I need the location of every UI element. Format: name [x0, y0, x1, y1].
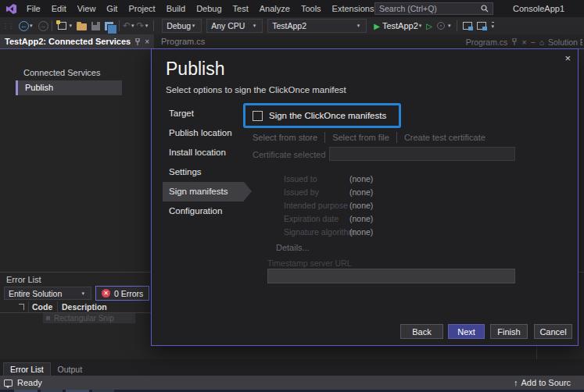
- search-placeholder: Search (Ctrl+Q): [379, 4, 481, 13]
- solution-configuration-dropdown[interactable]: Debug▾: [162, 19, 202, 33]
- menu-file[interactable]: File: [21, 0, 46, 17]
- detail-expiration-date: Expiration date(none): [284, 214, 511, 227]
- code-column-header[interactable]: Code: [32, 302, 52, 312]
- description-column-header[interactable]: Description: [62, 302, 107, 312]
- finish-button[interactable]: Finish: [490, 324, 528, 339]
- navigate-back-dropdown-icon[interactable]: ▾: [30, 23, 33, 29]
- run-target-label[interactable]: TestApp2: [382, 21, 418, 30]
- menu-build[interactable]: Build: [161, 0, 191, 17]
- live-visual-tree-icon[interactable]: [463, 22, 472, 30]
- pin-icon[interactable]: [134, 38, 141, 45]
- menu-extensions[interactable]: Extensions: [327, 0, 380, 17]
- save-all-icon[interactable]: [105, 22, 113, 30]
- details-link[interactable]: Details...: [276, 243, 310, 252]
- nav-target[interactable]: Target: [163, 104, 244, 123]
- publish-wizard-nav: Target Publish location Install location…: [163, 104, 256, 221]
- menu-test[interactable]: Test: [228, 0, 254, 17]
- start-debug-icon[interactable]: ▶: [374, 22, 380, 30]
- menu-bar: File Edit View Git Project Build Debug T…: [0, 0, 584, 17]
- close-tab-icon[interactable]: ×: [145, 37, 149, 46]
- start-without-debug-icon[interactable]: ▷: [426, 22, 432, 30]
- open-file-icon[interactable]: [77, 23, 87, 30]
- nav-settings[interactable]: Settings: [163, 162, 244, 182]
- tab-program-cs-right[interactable]: Program.cs: [466, 37, 508, 47]
- toolbar-separator: [457, 20, 457, 31]
- new-project-icon[interactable]: [58, 22, 66, 30]
- startup-project-dropdown[interactable]: TestApp2▾: [267, 19, 367, 33]
- menu-view[interactable]: View: [72, 0, 102, 17]
- navigate-forward-icon[interactable]: →: [38, 21, 48, 31]
- right-tab-group: Program.cs × − ⌂ Solution Expl: [466, 34, 584, 49]
- close-tab-icon[interactable]: ×: [521, 37, 526, 47]
- nav-sign-manifests[interactable]: Sign manifests: [163, 182, 244, 201]
- tab-error-list[interactable]: Error List: [3, 362, 51, 376]
- toolbar-grip-handle[interactable]: ⋮⋮: [2, 23, 13, 30]
- dialog-subtitle: Select options to sign the ClickOnce man…: [166, 85, 346, 94]
- undo-dropdown-icon[interactable]: ▾: [131, 23, 134, 29]
- feedback-icon[interactable]: [4, 380, 13, 387]
- back-button[interactable]: Back: [400, 324, 443, 339]
- nav-install-location[interactable]: Install location: [163, 143, 244, 162]
- tab-output[interactable]: Output: [51, 363, 90, 376]
- hot-reload-dropdown-icon[interactable]: ▾: [448, 23, 451, 29]
- new-dropdown-icon[interactable]: ▾: [70, 23, 73, 29]
- toolbar-separator: [153, 20, 154, 31]
- tab-program-cs[interactable]: Program.cs: [154, 34, 212, 48]
- bottom-panel-tabs: Error List Output: [0, 359, 584, 376]
- search-input[interactable]: Search (Ctrl+Q): [374, 2, 493, 15]
- menu-tools[interactable]: Tools: [296, 0, 327, 17]
- menu-debug[interactable]: Debug: [191, 0, 227, 17]
- tab-connected-services[interactable]: TestApp2: Connected Services ×: [0, 34, 154, 48]
- timestamp-server-url-field[interactable]: [267, 269, 515, 283]
- sign-clickonce-checkbox[interactable]: [253, 111, 263, 121]
- save-icon[interactable]: [91, 22, 100, 30]
- toolbar-separator: [119, 20, 120, 31]
- close-dialog-icon[interactable]: ×: [564, 52, 571, 64]
- home-icon[interactable]: ⌂: [539, 37, 544, 47]
- severity-column-icon[interactable]: [19, 304, 24, 310]
- detail-signature-algorithm: Signature algorithm(none): [284, 227, 511, 241]
- standard-toolbar: ⋮⋮ ← ▾ → ▾ ↶ ▾ ↷ ▾ Debug▾ Any CPU▾ TestA…: [0, 17, 584, 34]
- sign-clickonce-label: Sign the ClickOnce manifests: [269, 111, 386, 120]
- status-ready-label: Ready: [17, 378, 42, 387]
- run-dropdown-icon[interactable]: ▾: [419, 23, 422, 29]
- error-icon: ✕: [102, 289, 110, 298]
- toolbar-overflow-icon[interactable]: ▾: [492, 22, 495, 30]
- timestamp-server-url-label: Timestamp server URL: [267, 258, 352, 268]
- errors-filter-button[interactable]: ✕ 0 Errors: [95, 286, 149, 301]
- sign-manifests-callout: Sign the ClickOnce manifests: [243, 103, 401, 128]
- detail-intended-purpose: Intended purpose(none): [284, 201, 511, 214]
- redo-icon[interactable]: ↷: [137, 20, 145, 31]
- detail-issued-to: Issued to(none): [284, 174, 511, 187]
- nav-configuration[interactable]: Configuration: [163, 201, 244, 221]
- nav-publish-location[interactable]: Publish location: [163, 123, 244, 143]
- menu-git[interactable]: Git: [101, 0, 123, 17]
- certificate-selected-field[interactable]: [329, 147, 515, 161]
- publish-nav-item[interactable]: Publish: [16, 80, 122, 95]
- connected-services-header: Connected Services: [23, 68, 100, 77]
- snip-ghost-overlay: Rectangular Snip: [43, 313, 135, 323]
- vs-window: File Edit View Git Project Build Debug T…: [0, 0, 584, 392]
- menu-project[interactable]: Project: [123, 0, 160, 17]
- solution-platform-dropdown[interactable]: Any CPU▾: [206, 19, 263, 33]
- toolbar-separator: [52, 20, 52, 31]
- hot-reload-icon[interactable]: [437, 22, 445, 30]
- add-to-source-control[interactable]: ↑ Add to Sourc: [514, 376, 584, 390]
- up-arrow-icon: ↑: [514, 378, 518, 387]
- menu-analyze[interactable]: Analyze: [254, 0, 296, 17]
- select-from-store-button[interactable]: Select from store: [253, 133, 317, 142]
- select-from-file-button[interactable]: Select from file: [332, 133, 389, 142]
- navigate-back-icon[interactable]: ←: [19, 21, 29, 31]
- visual-studio-logo: [5, 3, 18, 15]
- menu-edit[interactable]: Edit: [46, 0, 72, 17]
- next-button[interactable]: Next: [448, 324, 485, 339]
- pin-icon[interactable]: [511, 38, 518, 45]
- error-scope-dropdown[interactable]: Entire Solution▾: [4, 287, 91, 300]
- minimize-panel-icon[interactable]: −: [531, 37, 536, 47]
- dialog-title: Publish: [166, 59, 224, 80]
- undo-icon[interactable]: ↶: [123, 20, 131, 31]
- xaml-live-preview-icon[interactable]: [477, 22, 486, 30]
- redo-dropdown-icon[interactable]: ▾: [145, 23, 149, 29]
- cancel-button[interactable]: Cancel: [534, 324, 572, 339]
- create-test-certificate-button[interactable]: Create test certificate: [404, 133, 485, 142]
